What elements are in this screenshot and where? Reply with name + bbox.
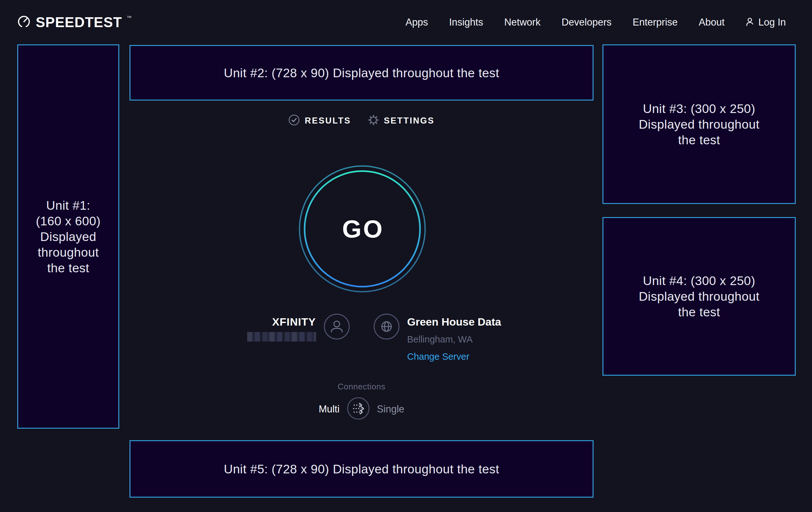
- ad-unit-5[interactable]: Unit #5: (728 x 90) Displayed throughout…: [129, 440, 593, 497]
- ad-unit-3-line: Unit #3: (300 x 250): [643, 101, 756, 116]
- ad-unit-3-line: the test: [678, 132, 720, 148]
- check-circle-icon: [288, 114, 300, 127]
- globe-icon: [374, 314, 400, 340]
- ad-unit-4-line: the test: [678, 304, 720, 320]
- gear-icon: [368, 114, 379, 127]
- isp-column: XFINITY: [206, 315, 316, 342]
- ad-unit-3[interactable]: Unit #3: (300 x 250) Displayed throughou…: [603, 44, 796, 204]
- tab-settings-label: SETTINGS: [384, 116, 435, 126]
- multi-connection-arrows-icon[interactable]: [347, 397, 370, 421]
- go-button[interactable]: GO: [297, 163, 428, 295]
- user-icon: [746, 17, 755, 28]
- go-button-label: GO: [297, 163, 428, 295]
- nav-item-developers[interactable]: Developers: [562, 17, 612, 28]
- ad-unit-1-line: Unit #1:: [46, 197, 90, 213]
- connections-section: Connections Multi Single: [129, 382, 593, 421]
- isp-name[interactable]: XFINITY: [272, 315, 316, 328]
- connection-info: XFINITY Green House Data Bellingham, WA …: [129, 314, 593, 363]
- speedtest-logo[interactable]: SPEEDTEST ™: [17, 15, 132, 30]
- nav-item-enterprise[interactable]: Enterprise: [633, 17, 677, 28]
- nav-item-insights[interactable]: Insights: [449, 17, 483, 28]
- ad-unit-1-line: the test: [47, 260, 89, 276]
- ad-unit-1-line: Displayed: [40, 229, 96, 244]
- speedtest-gauge-icon: [17, 15, 31, 30]
- ad-unit-4[interactable]: Unit #4: (300 x 250) Displayed throughou…: [603, 217, 796, 376]
- nav-items: Apps Insights Network Developers Enterpr…: [405, 17, 786, 28]
- connections-single-label[interactable]: Single: [377, 403, 404, 415]
- server-column: Green House Data Bellingham, WA Change S…: [407, 315, 517, 363]
- tab-results[interactable]: RESULTS: [288, 114, 351, 127]
- logo-trademark: ™: [126, 15, 132, 21]
- speedtest-page: SPEEDTEST ™ Apps Insights Network Develo…: [0, 0, 812, 512]
- nav-item-network[interactable]: Network: [504, 17, 541, 28]
- tab-results-label: RESULTS: [304, 116, 351, 126]
- ad-unit-1[interactable]: Unit #1: (160 x 600) Displayed throughou…: [17, 44, 119, 429]
- ad-unit-2-line: Unit #2: (728 x 90) Displayed throughout…: [224, 65, 499, 81]
- connections-label: Connections: [338, 382, 385, 392]
- connections-multi-label[interactable]: Multi: [319, 403, 339, 415]
- server-name: Green House Data: [407, 315, 501, 328]
- ip-address-redacted: [247, 332, 316, 342]
- nav-item-about[interactable]: About: [699, 17, 725, 28]
- ad-unit-4-line: Displayed throughout: [639, 289, 760, 304]
- top-nav: SPEEDTEST ™ Apps Insights Network Develo…: [0, 0, 812, 44]
- tab-settings[interactable]: SETTINGS: [368, 114, 435, 127]
- ad-unit-4-line: Unit #4: (300 x 250): [643, 273, 756, 289]
- user-avatar-icon: [324, 314, 350, 340]
- ad-unit-2[interactable]: Unit #2: (728 x 90) Displayed throughout…: [129, 45, 593, 101]
- login-label: Log In: [758, 17, 786, 28]
- logo-text: SPEEDTEST: [36, 15, 122, 30]
- ad-unit-3-line: Displayed throughout: [639, 116, 760, 132]
- change-server-link[interactable]: Change Server: [407, 350, 469, 363]
- tabs-row: RESULTS: [129, 114, 593, 127]
- ad-unit-1-line: throughout: [38, 244, 99, 260]
- login-button[interactable]: Log In: [746, 17, 786, 28]
- ad-unit-1-line: (160 x 600): [36, 213, 101, 229]
- connections-toggle-row: Multi Single: [319, 397, 404, 421]
- nav-item-apps[interactable]: Apps: [405, 17, 428, 28]
- ad-unit-5-line: Unit #5: (728 x 90) Displayed throughout…: [224, 461, 499, 477]
- server-location: Bellingham, WA: [407, 333, 473, 346]
